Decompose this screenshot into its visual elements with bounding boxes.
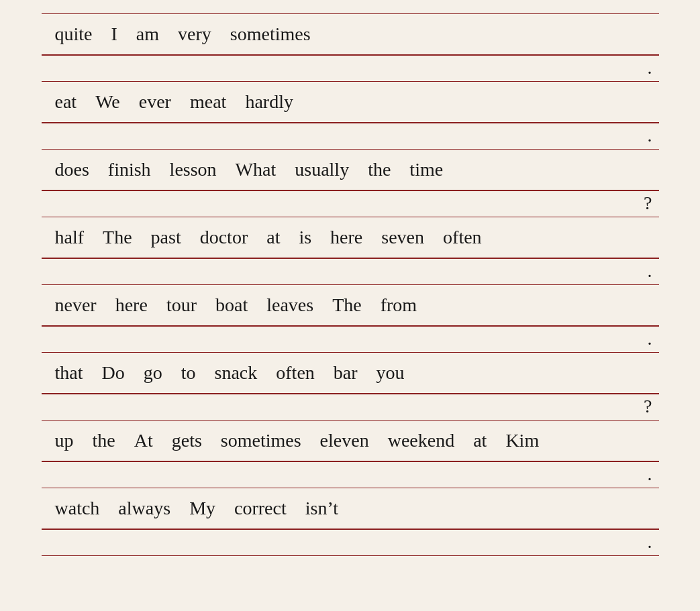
word-6-3: to bbox=[181, 362, 196, 384]
punctuation-line-5: . bbox=[28, 327, 672, 352]
punctuation-6: ? bbox=[644, 396, 652, 417]
word-2-3: meat bbox=[190, 91, 226, 113]
word-line-5: neverheretourboatleavesThefrom bbox=[28, 285, 672, 325]
word-7-1: the bbox=[93, 430, 115, 451]
punctuation-line-4: . bbox=[28, 259, 672, 284]
word-6-4: snack bbox=[215, 362, 258, 384]
word-7-8: Kim bbox=[505, 430, 539, 451]
word-8-0: watch bbox=[55, 498, 100, 519]
word-3-3: What bbox=[236, 159, 277, 180]
word-line-3: doesfinishlessonWhatusuallythetime bbox=[28, 150, 672, 190]
word-8-1: always bbox=[118, 498, 170, 519]
word-4-2: past bbox=[151, 227, 181, 248]
word-7-5: eleven bbox=[320, 430, 369, 451]
word-4-3: doctor bbox=[200, 227, 248, 248]
row-group-3: doesfinishlessonWhatusuallythetime? bbox=[28, 150, 672, 217]
page-container: quiteIamverysometimes.eatWeevermeathardl… bbox=[15, 7, 686, 563]
row-group-6: thatDogotosnackoftenbaryou? bbox=[28, 353, 672, 421]
word-1-1: I bbox=[111, 23, 117, 45]
word-8-3: correct bbox=[234, 498, 287, 519]
row-group-1: quiteIamverysometimes. bbox=[28, 13, 672, 82]
word-line-8: watchalwaysMycorrectisn’t bbox=[28, 488, 672, 529]
row-group-2: eatWeevermeathardly. bbox=[28, 82, 672, 150]
word-7-0: up bbox=[55, 430, 74, 451]
word-7-4: sometimes bbox=[221, 430, 301, 451]
punctuation-3: ? bbox=[644, 192, 652, 214]
word-1-4: sometimes bbox=[230, 23, 311, 45]
word-3-1: finish bbox=[108, 159, 151, 180]
row-group-7: uptheAtgetssometimeselevenweekendatKim. bbox=[28, 421, 672, 488]
word-3-5: the bbox=[368, 159, 391, 180]
word-6-2: go bbox=[144, 362, 162, 384]
word-6-1: Do bbox=[102, 362, 125, 384]
word-6-0: that bbox=[55, 362, 83, 384]
word-7-7: at bbox=[473, 430, 487, 451]
word-6-7: you bbox=[377, 362, 405, 384]
word-5-1: here bbox=[115, 294, 148, 316]
word-5-0: never bbox=[55, 294, 97, 316]
word-2-2: ever bbox=[139, 91, 171, 113]
word-6-5: often bbox=[276, 362, 315, 384]
word-3-4: usually bbox=[295, 159, 349, 180]
word-3-2: lesson bbox=[170, 159, 217, 180]
word-7-3: gets bbox=[172, 430, 202, 451]
divider-8 bbox=[42, 555, 659, 556]
word-5-2: tour bbox=[166, 294, 197, 316]
punctuation-line-2: . bbox=[28, 123, 672, 149]
punctuation-line-7: . bbox=[28, 462, 672, 488]
word-2-0: eat bbox=[55, 91, 77, 113]
punctuation-line-6: ? bbox=[28, 394, 672, 420]
row-group-8: watchalwaysMycorrectisn’t. bbox=[28, 488, 672, 556]
word-line-2: eatWeevermeathardly bbox=[28, 82, 672, 122]
word-1-2: am bbox=[136, 23, 159, 45]
word-6-6: bar bbox=[334, 362, 358, 384]
word-4-0: half bbox=[55, 227, 85, 248]
word-line-6: thatDogotosnackoftenbaryou bbox=[28, 353, 672, 393]
punctuation-5: . bbox=[648, 328, 652, 349]
word-4-1: The bbox=[103, 227, 132, 248]
word-5-4: leaves bbox=[266, 294, 313, 316]
word-4-4: at bbox=[266, 227, 280, 248]
word-2-4: hardly bbox=[245, 91, 293, 113]
word-4-5: is bbox=[299, 227, 311, 248]
word-7-2: At bbox=[134, 430, 153, 451]
word-3-0: does bbox=[55, 159, 89, 180]
row-group-5: neverheretourboatleavesThefrom. bbox=[28, 285, 672, 353]
word-5-3: boat bbox=[215, 294, 248, 316]
word-5-5: The bbox=[332, 294, 362, 316]
word-5-6: from bbox=[381, 294, 417, 316]
word-7-6: weekend bbox=[388, 430, 455, 451]
punctuation-2: . bbox=[648, 125, 652, 146]
punctuation-line-8: . bbox=[28, 530, 672, 555]
word-4-8: often bbox=[443, 227, 482, 248]
word-8-2: My bbox=[189, 498, 215, 519]
punctuation-line-3: ? bbox=[28, 191, 672, 217]
word-line-1: quiteIamverysometimes bbox=[28, 14, 672, 54]
punctuation-line-1: . bbox=[28, 56, 672, 81]
row-group-4: halfThepastdoctoratisheresevenoften. bbox=[28, 217, 672, 285]
word-line-4: halfThepastdoctoratisheresevenoften bbox=[28, 217, 672, 258]
word-4-6: here bbox=[330, 227, 362, 248]
word-1-0: quite bbox=[55, 23, 93, 45]
word-2-1: We bbox=[95, 91, 120, 113]
punctuation-4: . bbox=[648, 260, 652, 282]
word-line-7: uptheAtgetssometimeselevenweekendatKim bbox=[28, 421, 672, 461]
word-3-6: time bbox=[409, 159, 443, 180]
punctuation-7: . bbox=[648, 463, 652, 485]
word-1-3: very bbox=[178, 23, 211, 45]
word-4-7: seven bbox=[381, 227, 424, 248]
word-8-4: isn’t bbox=[305, 498, 338, 519]
punctuation-1: . bbox=[648, 57, 652, 78]
punctuation-8: . bbox=[648, 531, 652, 553]
